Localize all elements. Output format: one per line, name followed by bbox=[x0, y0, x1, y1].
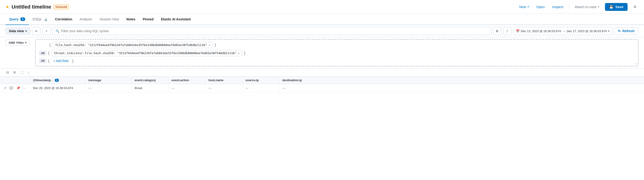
tab-esql[interactable]: ES|QL 🔬 bbox=[29, 14, 51, 25]
table-toolbar: ⊟ ⚙ ⛶ ↕ bbox=[0, 68, 644, 77]
row-actions: ↗ 💬 📌 ··· bbox=[3, 86, 27, 90]
esql-icon: 🔬 bbox=[44, 18, 48, 21]
tabs-bar: Query 1 ES|QL 🔬 Correlation Analyzer Ses… bbox=[0, 14, 644, 25]
col-header-source-ip[interactable]: source.ip bbox=[242, 77, 280, 84]
col-header-timestamp[interactable]: @timestamp ↓ 1 bbox=[30, 77, 86, 84]
table-header: @timestamp ↓ 1 message event.category ev… bbox=[0, 77, 644, 84]
filter-text: Filter bbox=[16, 41, 24, 44]
chevron-down-icon: ▾ bbox=[528, 5, 529, 8]
tab-session-view[interactable]: Session View bbox=[96, 14, 123, 25]
table-expand-button[interactable]: ⛶ bbox=[20, 70, 24, 75]
sort-icon: ↕ bbox=[28, 71, 29, 74]
filter-item-3: OR ( + Add field ) bbox=[39, 58, 634, 64]
or-badge-2: OR bbox=[39, 51, 46, 55]
share-button[interactable]: ⤴ bbox=[503, 27, 512, 35]
header-actions: New ▾ Open Inspect Attach to case ▾ 💾 Sa… bbox=[518, 3, 638, 11]
open-paren-1: ( bbox=[50, 43, 51, 47]
search-icon: 🔍 bbox=[56, 29, 59, 33]
toolbar: Data view ▾ ≡ ＋ 🔍 ⚙ ⤴ 📅 Dec 13, 2023 @ 1… bbox=[0, 25, 644, 37]
filter-options-button[interactable]: ≡ bbox=[32, 27, 40, 35]
row-expand-button[interactable]: ↗ bbox=[3, 86, 7, 90]
tab-elastic-ai-assistant[interactable]: Elastic AI Assistant bbox=[157, 14, 194, 25]
col-header-host-name[interactable]: host.name bbox=[206, 77, 242, 84]
header-separator bbox=[569, 4, 569, 10]
tab-analyzer[interactable]: Analyzer bbox=[76, 14, 96, 25]
row-timestamp: Dec 20, 2023 @ 16:36:03.874 bbox=[30, 84, 86, 92]
tab-query[interactable]: Query 1 bbox=[6, 14, 29, 25]
row-actions-cell: ↗ 💬 📌 ··· bbox=[0, 84, 30, 92]
columns-icon: ⊟ bbox=[6, 71, 9, 74]
col-header-event-category[interactable]: event.category bbox=[132, 77, 168, 84]
calendar-icon: 📅 bbox=[516, 29, 520, 33]
filter-item-2: OR ( threat.indicator.file.hash.sha256: … bbox=[39, 50, 634, 56]
close-chip-2[interactable]: ✕ bbox=[238, 52, 240, 55]
results-table: @timestamp ↓ 1 message event.category ev… bbox=[0, 77, 644, 92]
network-icon: ⚙ bbox=[496, 29, 498, 33]
refresh-button[interactable]: ↻ Refresh bbox=[614, 28, 638, 35]
add-filter-button[interactable]: ＋ bbox=[42, 27, 50, 35]
open-paren-2: ( bbox=[48, 51, 50, 56]
filter-row: AND Filter ▾ ( file.hash.sha256: "3212f6… bbox=[0, 37, 644, 68]
row-host-name: — bbox=[206, 84, 242, 92]
date-range-picker[interactable]: 📅 Dec 13, 2023 @ 16:36:03.874 → Dec 27, … bbox=[513, 27, 612, 35]
col-header-actions bbox=[0, 77, 30, 84]
filter-chip-1[interactable]: file.hash.sha256: "3212f644eedf9b234fafa… bbox=[53, 42, 213, 48]
close-icon: ✕ bbox=[633, 5, 636, 9]
expand-icon: ⛶ bbox=[20, 71, 24, 74]
attach-to-case-button[interactable]: Attach to case ▾ bbox=[573, 4, 601, 10]
date-start: Dec 13, 2023 @ 16:36:03.874 bbox=[521, 29, 561, 33]
sort-badge: 1 bbox=[55, 79, 59, 82]
filter-icon: ≡ bbox=[35, 29, 37, 33]
resize-handle[interactable]: ⤡ bbox=[635, 62, 637, 66]
network-icon-button[interactable]: ⚙ bbox=[493, 27, 501, 35]
open-button[interactable]: Open bbox=[534, 4, 547, 10]
filter-chip-text-1: file.hash.sha256: "3212f644eedf9b234fafa… bbox=[55, 43, 207, 47]
col-header-event-action[interactable]: event.action bbox=[168, 77, 206, 84]
tab-correlation[interactable]: Correlation bbox=[51, 14, 76, 25]
chevron-down-icon: ▾ bbox=[26, 30, 27, 33]
page-title: Untitled timeline bbox=[12, 4, 51, 10]
close-paren-1: ) bbox=[214, 43, 216, 47]
query-badge: 1 bbox=[20, 17, 25, 21]
row-pin-button[interactable]: 📌 bbox=[16, 86, 21, 90]
sort-down-icon: ↓ bbox=[52, 79, 53, 82]
close-button[interactable]: ✕ bbox=[631, 4, 638, 11]
star-icon[interactable]: ★ bbox=[6, 5, 9, 10]
and-label: AND bbox=[8, 41, 15, 44]
and-filter-button[interactable]: AND Filter ▾ bbox=[6, 40, 30, 46]
table-sort-button[interactable]: ↕ bbox=[27, 70, 30, 75]
new-button[interactable]: New ▾ bbox=[518, 4, 531, 10]
save-button[interactable]: 💾 Save bbox=[605, 3, 628, 11]
plus-icon: ＋ bbox=[45, 29, 48, 33]
add-field-button[interactable]: + Add field bbox=[51, 58, 70, 64]
search-bar[interactable]: 🔍 bbox=[52, 27, 491, 35]
table-row: ↗ 💬 📌 ··· Dec 20, 2023 @ 16:36:03.874 — … bbox=[0, 84, 644, 92]
row-message: — bbox=[86, 84, 132, 92]
close-paren-2: ) bbox=[244, 51, 245, 56]
row-comment-button[interactable]: 💬 bbox=[8, 86, 14, 90]
close-chip-1[interactable]: ✕ bbox=[208, 44, 210, 47]
chevron-down-icon: ▾ bbox=[598, 5, 600, 8]
top-header: ★ Untitled timeline Unsaved New ▾ Open I… bbox=[0, 0, 644, 14]
table-settings-button[interactable]: ⚙ bbox=[12, 70, 17, 75]
open-paren-3: ( bbox=[48, 59, 50, 63]
save-icon: 💾 bbox=[609, 5, 614, 9]
tab-notes[interactable]: Notes bbox=[123, 14, 139, 25]
col-header-message[interactable]: message bbox=[86, 77, 132, 84]
table-columns-button[interactable]: ⊟ bbox=[6, 70, 10, 75]
tab-pinned[interactable]: Pinned bbox=[139, 14, 157, 25]
search-input[interactable] bbox=[61, 29, 488, 33]
or-badge-3: OR bbox=[39, 59, 46, 63]
refresh-icon: ↻ bbox=[618, 29, 621, 33]
settings-icon: ⚙ bbox=[13, 71, 16, 74]
date-end: Dec 27, 2023 @ 16:36:03.874 bbox=[566, 29, 607, 33]
col-header-destination-ip[interactable]: destination.ip bbox=[280, 77, 644, 84]
data-view-button[interactable]: Data view ▾ bbox=[6, 28, 30, 35]
row-more-button[interactable]: ··· bbox=[22, 86, 27, 90]
table-section: ⊟ ⚙ ⛶ ↕ @timestamp ↓ 1 message bbox=[0, 68, 644, 92]
filter-chip-2[interactable]: threat.indicator.file.hash.sha256: "3212… bbox=[51, 50, 242, 56]
row-event-category: threat bbox=[132, 84, 168, 92]
inspect-button[interactable]: Inspect bbox=[550, 4, 565, 10]
chevron-down-icon: ▾ bbox=[608, 30, 610, 33]
chevron-down-icon: ▾ bbox=[25, 41, 26, 44]
